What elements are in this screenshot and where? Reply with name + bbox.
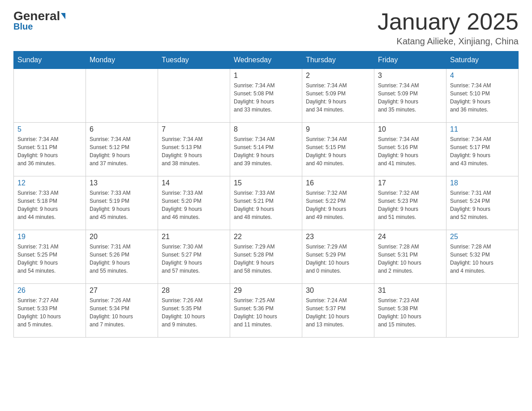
day-number: 8 [234,125,298,133]
day-info: Sunrise: 7:26 AM Sunset: 5:35 PM Dayligh… [162,296,226,329]
day-info: Sunrise: 7:31 AM Sunset: 5:24 PM Dayligh… [450,189,515,221]
day-number: 2 [306,72,370,80]
day-info: Sunrise: 7:29 AM Sunset: 5:28 PM Dayligh… [234,243,298,275]
calendar-cell: 24Sunrise: 7:28 AM Sunset: 5:31 PM Dayli… [374,230,446,284]
calendar-title: January 2025 [378,9,519,34]
day-number: 9 [306,125,370,133]
day-number: 27 [90,287,154,295]
day-number: 7 [162,125,226,133]
day-number: 19 [17,233,82,241]
day-info: Sunrise: 7:23 AM Sunset: 5:38 PM Dayligh… [378,296,442,329]
logo: General Blue [13,9,66,32]
day-number: 3 [378,72,442,80]
calendar-week-row: 5Sunrise: 7:34 AM Sunset: 5:11 PM Daylig… [14,123,519,176]
day-number: 15 [234,179,298,187]
calendar-cell: 23Sunrise: 7:29 AM Sunset: 5:29 PM Dayli… [302,230,374,284]
day-info: Sunrise: 7:26 AM Sunset: 5:34 PM Dayligh… [90,296,154,329]
day-info: Sunrise: 7:24 AM Sunset: 5:37 PM Dayligh… [306,296,370,329]
page-header: General Blue January 2025 Katang Ailieke… [13,9,519,47]
day-number: 31 [378,287,442,295]
calendar-header-monday: Monday [86,51,158,69]
day-info: Sunrise: 7:25 AM Sunset: 5:36 PM Dayligh… [234,296,298,329]
calendar-cell: 3Sunrise: 7:34 AM Sunset: 5:09 PM Daylig… [374,69,446,123]
calendar-cell: 7Sunrise: 7:34 AM Sunset: 5:13 PM Daylig… [158,123,230,176]
calendar-header-tuesday: Tuesday [158,51,230,69]
day-info: Sunrise: 7:34 AM Sunset: 5:14 PM Dayligh… [234,135,298,167]
calendar-cell: 9Sunrise: 7:34 AM Sunset: 5:15 PM Daylig… [302,123,374,176]
day-number: 5 [17,125,82,133]
day-number: 1 [234,72,298,80]
calendar-week-row: 1Sunrise: 7:34 AM Sunset: 5:08 PM Daylig… [14,69,519,123]
calendar-table: SundayMondayTuesdayWednesdayThursdayFrid… [13,51,519,338]
day-info: Sunrise: 7:34 AM Sunset: 5:12 PM Dayligh… [90,135,154,167]
day-info: Sunrise: 7:31 AM Sunset: 5:25 PM Dayligh… [17,243,82,275]
day-number: 23 [306,233,370,241]
calendar-cell: 20Sunrise: 7:31 AM Sunset: 5:26 PM Dayli… [86,230,158,284]
calendar-cell: 26Sunrise: 7:27 AM Sunset: 5:33 PM Dayli… [14,284,86,338]
calendar-cell: 1Sunrise: 7:34 AM Sunset: 5:08 PM Daylig… [230,69,302,123]
day-number: 11 [450,125,515,133]
day-info: Sunrise: 7:33 AM Sunset: 5:18 PM Dayligh… [17,189,82,221]
calendar-cell: 18Sunrise: 7:31 AM Sunset: 5:24 PM Dayli… [446,176,519,230]
calendar-cell [14,69,86,123]
calendar-cell: 30Sunrise: 7:24 AM Sunset: 5:37 PM Dayli… [302,284,374,338]
calendar-cell: 22Sunrise: 7:29 AM Sunset: 5:28 PM Dayli… [230,230,302,284]
title-section: January 2025 Katang Ailieke, Xinjiang, C… [378,9,519,47]
calendar-cell: 15Sunrise: 7:33 AM Sunset: 5:21 PM Dayli… [230,176,302,230]
day-number: 20 [90,233,154,241]
logo-blue-text: Blue [13,21,33,32]
day-info: Sunrise: 7:34 AM Sunset: 5:17 PM Dayligh… [450,135,515,167]
day-number: 25 [450,233,515,241]
day-number: 13 [90,179,154,187]
day-info: Sunrise: 7:34 AM Sunset: 5:16 PM Dayligh… [378,135,442,167]
day-number: 17 [378,179,442,187]
day-info: Sunrise: 7:34 AM Sunset: 5:13 PM Dayligh… [162,135,226,167]
calendar-week-row: 12Sunrise: 7:33 AM Sunset: 5:18 PM Dayli… [14,176,519,230]
day-number: 26 [17,287,82,295]
day-info: Sunrise: 7:32 AM Sunset: 5:22 PM Dayligh… [306,189,370,221]
calendar-header-wednesday: Wednesday [230,51,302,69]
day-info: Sunrise: 7:33 AM Sunset: 5:20 PM Dayligh… [162,189,226,221]
day-info: Sunrise: 7:34 AM Sunset: 5:09 PM Dayligh… [306,81,370,114]
day-number: 6 [90,125,154,133]
calendar-header-thursday: Thursday [302,51,374,69]
calendar-cell: 19Sunrise: 7:31 AM Sunset: 5:25 PM Dayli… [14,230,86,284]
logo-arrow-icon [61,13,65,19]
day-number: 16 [306,179,370,187]
calendar-cell [86,69,158,123]
day-info: Sunrise: 7:34 AM Sunset: 5:10 PM Dayligh… [450,81,515,114]
day-info: Sunrise: 7:31 AM Sunset: 5:26 PM Dayligh… [90,243,154,275]
day-info: Sunrise: 7:34 AM Sunset: 5:09 PM Dayligh… [378,81,442,114]
calendar-subtitle: Katang Ailieke, Xinjiang, China [378,36,519,47]
calendar-cell: 10Sunrise: 7:34 AM Sunset: 5:16 PM Dayli… [374,123,446,176]
day-number: 12 [17,179,82,187]
calendar-cell [158,69,230,123]
calendar-cell: 11Sunrise: 7:34 AM Sunset: 5:17 PM Dayli… [446,123,519,176]
calendar-header-sunday: Sunday [14,51,86,69]
day-info: Sunrise: 7:30 AM Sunset: 5:27 PM Dayligh… [162,243,226,275]
calendar-cell: 27Sunrise: 7:26 AM Sunset: 5:34 PM Dayli… [86,284,158,338]
calendar-header-row: SundayMondayTuesdayWednesdayThursdayFrid… [14,51,519,69]
calendar-cell [446,284,519,338]
calendar-header-saturday: Saturday [446,51,519,69]
calendar-cell: 12Sunrise: 7:33 AM Sunset: 5:18 PM Dayli… [14,176,86,230]
calendar-header-friday: Friday [374,51,446,69]
day-info: Sunrise: 7:28 AM Sunset: 5:31 PM Dayligh… [378,243,442,275]
day-number: 22 [234,233,298,241]
calendar-cell: 4Sunrise: 7:34 AM Sunset: 5:10 PM Daylig… [446,69,519,123]
day-number: 29 [234,287,298,295]
calendar-cell: 29Sunrise: 7:25 AM Sunset: 5:36 PM Dayli… [230,284,302,338]
day-number: 28 [162,287,226,295]
day-number: 30 [306,287,370,295]
calendar-cell: 16Sunrise: 7:32 AM Sunset: 5:22 PM Dayli… [302,176,374,230]
day-info: Sunrise: 7:34 AM Sunset: 5:08 PM Dayligh… [234,81,298,114]
calendar-week-row: 19Sunrise: 7:31 AM Sunset: 5:25 PM Dayli… [14,230,519,284]
day-info: Sunrise: 7:29 AM Sunset: 5:29 PM Dayligh… [306,243,370,275]
calendar-cell: 13Sunrise: 7:33 AM Sunset: 5:19 PM Dayli… [86,176,158,230]
day-number: 24 [378,233,442,241]
calendar-week-row: 26Sunrise: 7:27 AM Sunset: 5:33 PM Dayli… [14,284,519,338]
day-number: 21 [162,233,226,241]
calendar-cell: 6Sunrise: 7:34 AM Sunset: 5:12 PM Daylig… [86,123,158,176]
day-info: Sunrise: 7:28 AM Sunset: 5:32 PM Dayligh… [450,243,515,275]
day-number: 18 [450,179,515,187]
